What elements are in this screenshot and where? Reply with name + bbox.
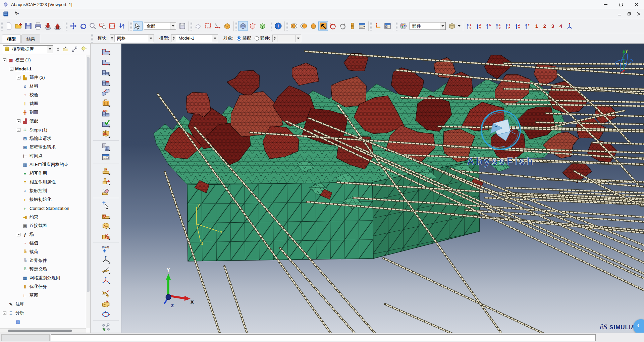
context-help-icon[interactable]: ? [14, 11, 19, 17]
pick-entities-button[interactable] [213, 21, 222, 31]
chevron-down-icon[interactable] [47, 46, 53, 53]
display-group-add-button[interactable] [299, 21, 309, 31]
trim-cell-tool[interactable] [100, 230, 112, 241]
expand-icon[interactable] [17, 76, 20, 79]
user-view-3-button[interactable]: 3 [549, 21, 557, 31]
mesh-move-tool[interactable] [100, 87, 112, 97]
tree-item[interactable]: ▦网格重划分规则 [0, 274, 86, 282]
collapse-icon[interactable] [3, 311, 6, 315]
expand-icon[interactable] [17, 119, 20, 123]
translucency-button[interactable] [447, 21, 457, 31]
locked-selection-button[interactable] [177, 21, 187, 31]
copy-mesh-pattern-tool[interactable] [100, 142, 112, 152]
assign-element-type-tool[interactable]: S4R [100, 108, 112, 118]
render-hidden-dashed-button[interactable] [248, 21, 258, 31]
cycle-views-button[interactable] [117, 21, 127, 31]
tree-item[interactable]: Ⅱ优化任务 [0, 282, 86, 291]
apply-view-3[interactable]: X [484, 21, 494, 31]
free-body-cut-button[interactable] [373, 21, 383, 31]
object-part-radio[interactable]: 部件: [255, 35, 270, 41]
mesh-options-tool[interactable] [100, 152, 112, 163]
primitive-box-button[interactable] [222, 21, 232, 31]
tab-model[interactable]: 模型 [2, 35, 21, 43]
undo-button[interactable] [328, 21, 338, 31]
tree-item[interactable]: ≡相互作用 [0, 169, 86, 178]
tree-item[interactable]: ✎注释 [0, 300, 86, 308]
view-options-button[interactable] [383, 21, 392, 31]
delete-feature-tool[interactable] [100, 186, 112, 196]
tree-item[interactable]: ∷Steps (1) [0, 125, 86, 134]
swap-normals-tool[interactable] [100, 288, 112, 299]
export-file-button[interactable] [53, 21, 62, 31]
model-database-combo[interactable]: 模型数据库 [3, 45, 53, 53]
custom-view-axes-button[interactable] [565, 21, 575, 31]
tile-viewports-button[interactable] [347, 21, 357, 31]
tree-item[interactable]: Ξ分析 [0, 308, 86, 317]
tree-item[interactable]: ∟草图 [0, 291, 86, 300]
tree-item[interactable]: ◖接触控制 [0, 186, 86, 195]
child-minimize-button[interactable] [615, 11, 624, 17]
apply-view-5[interactable]: YZ [503, 21, 513, 31]
seed-edges-tool[interactable] [100, 56, 112, 66]
tree-item[interactable]: ◗接触初始化 [0, 195, 86, 204]
tree-item[interactable]: ╚预定义场 [0, 265, 86, 274]
print-button[interactable] [33, 21, 43, 31]
lightbulb-icon[interactable] [79, 45, 88, 53]
datum-axis-tool[interactable] [100, 254, 112, 265]
tree-item[interactable]: ≡相互作用属性 [0, 178, 86, 186]
folder-up-icon[interactable] [61, 45, 69, 53]
tree-item[interactable]: ▣连接截面 [0, 221, 86, 230]
datum-point-xyz-tool[interactable]: (XYZ) [100, 244, 112, 254]
tree-item[interactable]: ⊞场输出请求 [0, 134, 86, 143]
close-button[interactable] [629, 0, 644, 9]
mesh-region-tool[interactable] [100, 77, 112, 87]
display-group-selected-button[interactable] [318, 21, 328, 31]
edit-mesh-tool[interactable] [100, 199, 112, 210]
user-view-4-button[interactable]: 4 [557, 21, 565, 31]
tree-item[interactable]: ▨ [0, 317, 86, 326]
tree-item[interactable]: ╚载荷 [0, 247, 86, 256]
tree-item[interactable]: ⊟历程输出请求 [0, 143, 86, 152]
chevron-down-icon[interactable] [440, 22, 445, 30]
child-restore-button[interactable] [625, 11, 633, 17]
tree-item[interactable]: ε材料 [0, 82, 86, 91]
3d-mesh-scene[interactable]: xzyYXZYAbyssFish [121, 44, 644, 333]
redo-button[interactable] [338, 21, 347, 31]
color-code-dialog-button[interactable] [398, 21, 408, 31]
tree-item[interactable]: ▙部件 (3) [0, 73, 86, 82]
command-input[interactable] [51, 334, 596, 341]
user-view-2-button[interactable]: 2 [541, 21, 549, 31]
collapse-icon[interactable] [10, 67, 13, 71]
render-filled-button[interactable] [258, 21, 267, 31]
tree-item[interactable]: Model-1 [0, 64, 86, 73]
datum-csys-tool[interactable] [100, 275, 112, 285]
box-zoom-button[interactable] [98, 21, 107, 31]
select-cursor-button[interactable] [133, 21, 143, 31]
edit-loop-tool[interactable] [100, 309, 112, 319]
magnify-view-button[interactable] [88, 21, 98, 31]
color-code-combo[interactable]: 部件 [410, 22, 446, 30]
save-database-button[interactable] [23, 21, 33, 31]
chevron-down-icon[interactable] [212, 35, 218, 42]
apply-view-7[interactable]: Y [523, 21, 533, 31]
tree-item[interactable]: ƒ场 [0, 230, 86, 239]
verify-mesh-tool[interactable] [100, 118, 112, 128]
viewport-canvas[interactable]: xzyYXZYAbyssFish ∂S SIMULIA ‹ [121, 44, 644, 333]
expand-icon[interactable] [17, 233, 20, 236]
apply-view-2[interactable]: XY [474, 21, 484, 31]
tree-item[interactable]: ▥ALE自适应网格约束 [0, 160, 86, 169]
tree-item[interactable]: ⊢时间点 [0, 152, 86, 160]
user-view-1-button[interactable]: 1 [533, 21, 541, 31]
tree-item[interactable]: ╋剖面 [0, 108, 86, 117]
minimize-button[interactable] [598, 0, 613, 9]
assign-stack-orientation-tool[interactable] [100, 97, 112, 108]
datum-plane-tool[interactable] [100, 265, 112, 275]
maximize-button[interactable] [613, 0, 629, 9]
tree-item[interactable]: ~幅值 [0, 239, 86, 247]
seed-part-tool[interactable] [100, 46, 112, 56]
pan-view-button[interactable] [68, 21, 78, 31]
apply-view-1[interactable]: YX [465, 21, 474, 31]
customize-toolbox-tool[interactable] [100, 322, 112, 333]
model-combo[interactable]: Model-1 [171, 35, 218, 42]
partition-cell-tool[interactable] [100, 165, 112, 176]
